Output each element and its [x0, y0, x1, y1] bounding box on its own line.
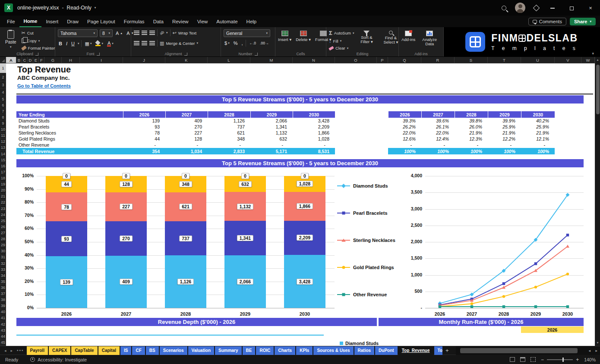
row-header-43[interactable]: 43 [0, 327, 6, 333]
delete-cells-button[interactable]: Delete ▾ [296, 31, 311, 42]
menu-file[interactable]: File [3, 16, 19, 27]
column-header-C[interactable]: C [22, 57, 28, 63]
italic-button[interactable]: I [65, 41, 68, 46]
value-cell[interactable]: 409 [165, 118, 208, 124]
tab-capital[interactable]: Capital [98, 346, 120, 355]
menu-data[interactable]: Data [149, 16, 168, 27]
column-header-P[interactable]: P [377, 57, 388, 63]
comma-style-button[interactable]: , [240, 41, 243, 46]
column-header-R[interactable]: R [421, 57, 455, 63]
tab-ratios[interactable]: Ratios [354, 346, 375, 355]
column-header-D[interactable]: D [28, 57, 33, 63]
menu-help[interactable]: Help [242, 16, 261, 27]
line-chart[interactable] [425, 176, 587, 312]
orientation-icon[interactable]: ab [159, 30, 165, 36]
menu-draw[interactable]: Draw [63, 16, 83, 27]
row-header-45[interactable]: 45 [0, 339, 6, 345]
pct-cell[interactable]: 25.9% [488, 124, 521, 130]
value-cell[interactable]: 78 [123, 130, 165, 136]
total-label[interactable]: Total Revenue [16, 148, 123, 154]
read-only-badge[interactable]: Read-Only [66, 5, 91, 11]
column-header-W[interactable]: W [581, 57, 595, 63]
value-cell[interactable]: 1,341 [250, 124, 293, 130]
menu-page-layout[interactable]: Page Layout [83, 16, 120, 27]
pct-cell[interactable]: 39.9% [488, 118, 521, 124]
value-cell[interactable]: 128 [165, 136, 208, 142]
row-header-37[interactable]: 37 [0, 291, 6, 297]
row-header-5[interactable]: 5 [0, 96, 6, 102]
tab-list-icon[interactable]: ••• [15, 348, 26, 353]
pct-cell[interactable]: - [455, 142, 488, 148]
tab-charts[interactable]: Charts [275, 346, 295, 355]
autosum-button[interactable]: ΣAutoSum▾ [329, 30, 354, 36]
align-bottom-icon[interactable] [149, 31, 155, 35]
pct-cell[interactable]: 12.2% [488, 136, 521, 142]
zoom-level[interactable]: 140% [584, 357, 596, 362]
value-cell[interactable]: 270 [165, 124, 208, 130]
select-all-corner[interactable] [0, 57, 6, 63]
menu-automate[interactable]: Automate [212, 16, 242, 27]
zoom-slider-thumb[interactable] [562, 358, 564, 362]
row-label-pearl-bracelets[interactable]: Pearl Bracelets [16, 124, 123, 130]
fill-button[interactable]: ↓Fill▾ [329, 38, 354, 44]
row-header-44[interactable]: 44 [0, 333, 6, 339]
row-header-31[interactable]: 31 [0, 254, 6, 260]
company-name[interactable]: ABC Company Inc. [17, 75, 70, 81]
row-header-6[interactable]: 6 [0, 102, 6, 108]
toc-link[interactable]: Go to Table of Contents [17, 83, 71, 88]
tab-payroll[interactable]: Payroll [27, 346, 48, 355]
value-cell[interactable]: 737 [208, 124, 250, 130]
total-pct[interactable]: 100% [421, 148, 455, 154]
total-pct[interactable]: 100% [521, 148, 555, 154]
row-header-14[interactable]: 14 [0, 151, 6, 157]
find-select-button[interactable]: Find & Select ▾ [381, 31, 401, 44]
pct-cell[interactable]: 12.4% [421, 136, 455, 142]
value-cell[interactable]: - [208, 142, 250, 148]
column-header-M[interactable]: M [250, 57, 293, 63]
row-header-27[interactable]: 27 [0, 230, 6, 236]
column-header-G[interactable]: G [44, 57, 62, 63]
year-header-2029[interactable]: 2029 [250, 111, 293, 118]
row-header-34[interactable]: 34 [0, 273, 6, 279]
pct-cell[interactable]: - [521, 142, 555, 148]
tab-sources-uses[interactable]: Sources & Uses [313, 346, 353, 355]
bold-button[interactable]: B [58, 41, 63, 46]
value-cell[interactable]: 632 [250, 136, 293, 142]
row-header-9[interactable]: 9 [0, 120, 6, 126]
dialog-launcher-icon[interactable] [184, 53, 187, 56]
zoom-out-button[interactable]: − [541, 357, 544, 363]
banner-revenue-streams-table[interactable]: Top 5 Revenue Streams ($'000) - 5 years … [16, 95, 584, 104]
horizontal-scrollbar[interactable]: ◂ ▸ [456, 346, 600, 355]
align-right-icon[interactable] [149, 41, 155, 45]
value-cell[interactable]: 3,428 [293, 118, 335, 124]
row-header-20[interactable]: 20 [0, 188, 6, 194]
pct-cell[interactable]: 25.9% [521, 124, 555, 130]
row-header-40[interactable]: 40 [0, 309, 6, 315]
row-header-7[interactable]: 7 [0, 108, 6, 114]
percent-style-button[interactable]: % [233, 41, 239, 46]
pct-cell[interactable]: 21.9% [488, 130, 521, 136]
cut-button[interactable]: ✂Cut [22, 30, 55, 36]
value-cell[interactable]: 2,209 [293, 124, 335, 130]
value-cell[interactable]: 348 [208, 136, 250, 142]
total-value[interactable]: 1,034 [165, 148, 208, 154]
row-header-24[interactable]: 24 [0, 212, 6, 218]
column-header-K[interactable]: K [165, 57, 208, 63]
copy-button[interactable]: Copy▾ [22, 38, 55, 43]
total-pct[interactable]: 100% [388, 148, 421, 154]
column-header-S[interactable]: S [455, 57, 488, 63]
new-sheet-button[interactable]: + [443, 347, 451, 354]
menu-review[interactable]: Review [168, 16, 193, 27]
maximize-button[interactable] [566, 5, 577, 11]
row-header-26[interactable]: 26 [0, 224, 6, 230]
scroll-up-icon[interactable]: ▲ [595, 57, 600, 63]
tab-scroll-left-icon[interactable]: ◂ [3, 348, 8, 353]
row-header-39[interactable]: 39 [0, 303, 6, 309]
column-header-L[interactable]: L [208, 57, 250, 63]
row-header-12[interactable]: 12 [0, 139, 6, 145]
font-color-button[interactable]: A▾ [106, 41, 114, 47]
value-cell[interactable]: - [165, 142, 208, 148]
pct-cell[interactable]: 12.1% [521, 136, 555, 142]
pct-year-header-2029[interactable]: 2029 [488, 111, 521, 118]
pct-year-header-2030[interactable]: 2030 [521, 111, 555, 118]
